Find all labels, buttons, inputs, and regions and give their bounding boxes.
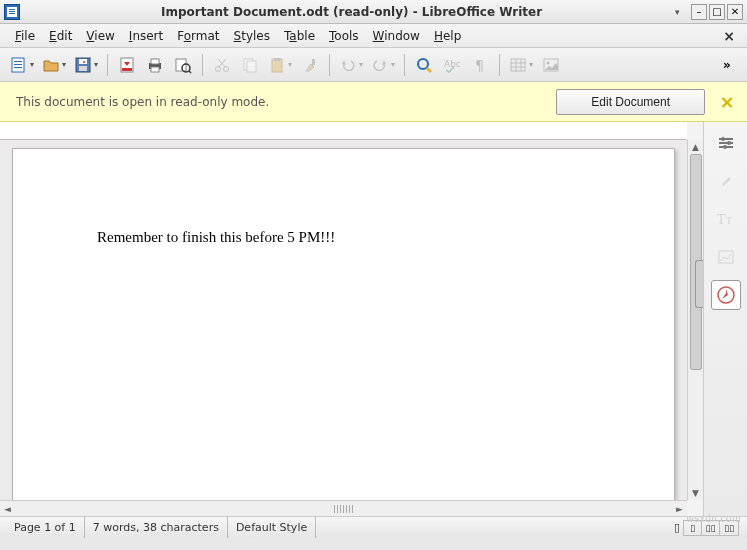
menu-window[interactable]: Window: [366, 26, 427, 46]
formatting-marks-button[interactable]: ¶: [467, 52, 493, 78]
svg-rect-1: [9, 9, 15, 10]
minimize-button[interactable]: –: [691, 4, 707, 20]
scroll-right-icon[interactable]: ►: [676, 504, 683, 514]
svg-rect-13: [122, 68, 132, 71]
sidebar-navigator-button[interactable]: [711, 280, 741, 310]
menu-view[interactable]: View: [79, 26, 121, 46]
dropdown-icon: ▾: [30, 60, 34, 69]
svg-point-21: [224, 66, 229, 71]
menu-insert[interactable]: Insert: [122, 26, 170, 46]
toolbar-overflow-button[interactable]: »: [714, 52, 740, 78]
svg-text:T: T: [726, 215, 732, 226]
book-view-icon[interactable]: ▯: [671, 521, 683, 534]
copy-button[interactable]: [237, 52, 263, 78]
svg-text:T: T: [717, 212, 726, 227]
status-wordcount[interactable]: 7 words, 38 characters: [85, 517, 228, 538]
print-preview-button[interactable]: [170, 52, 196, 78]
scroll-down-icon[interactable]: ▼: [688, 488, 703, 498]
svg-rect-15: [151, 59, 159, 64]
main-toolbar: ▾ ▾ ▾ ▾ ▾ ▾ Abc: [0, 48, 747, 82]
svg-rect-2: [9, 11, 15, 12]
cut-button[interactable]: [209, 52, 235, 78]
menu-tools[interactable]: Tools: [322, 26, 366, 46]
menu-format[interactable]: Format: [170, 26, 226, 46]
dismiss-infobar-button[interactable]: ×: [717, 91, 737, 112]
spellcheck-button[interactable]: Abc: [439, 52, 465, 78]
titlebar-menu-icon[interactable]: ▾: [675, 7, 687, 17]
svg-point-45: [723, 145, 727, 149]
save-button[interactable]: ▾: [71, 52, 101, 78]
window-title: Important Document.odt (read-only) - Lib…: [28, 5, 675, 19]
format-paintbrush-button[interactable]: [297, 52, 323, 78]
menu-file[interactable]: File: [8, 26, 42, 46]
menu-table[interactable]: Table: [277, 26, 322, 46]
svg-rect-28: [312, 59, 315, 65]
menubar: File Edit View Insert Format Styles Tabl…: [0, 24, 747, 48]
document-area: Remember to finish this before 5 PM!!! ▲…: [0, 122, 703, 516]
horizontal-scrollbar[interactable]: ◄ ►: [0, 500, 687, 516]
separator: [404, 54, 405, 76]
svg-rect-3: [9, 13, 15, 14]
statusbar: Page 1 of 1 7 words, 38 characters Defau…: [0, 516, 747, 538]
sidebar-collapse-handle[interactable]: [695, 260, 703, 308]
separator: [107, 54, 108, 76]
watermark: wsxdn.com: [686, 513, 741, 524]
document-body-text: Remember to finish this before 5 PM!!!: [13, 149, 674, 326]
readonly-infobar: This document is open in read-only mode.…: [0, 82, 747, 122]
maximize-button[interactable]: □: [709, 4, 725, 20]
undo-button[interactable]: ▾: [336, 52, 366, 78]
svg-rect-9: [79, 59, 87, 64]
svg-text:¶: ¶: [475, 57, 484, 73]
menu-edit[interactable]: Edit: [42, 26, 79, 46]
status-style[interactable]: Default Style: [228, 517, 316, 538]
workspace: Remember to finish this before 5 PM!!! ▲…: [0, 122, 747, 516]
scroll-grip-icon: [334, 505, 354, 513]
print-button[interactable]: [142, 52, 168, 78]
find-replace-button[interactable]: [411, 52, 437, 78]
document-canvas[interactable]: Remember to finish this before 5 PM!!!: [0, 140, 687, 500]
svg-line-19: [189, 71, 191, 73]
menu-styles[interactable]: Styles: [227, 26, 277, 46]
scroll-up-icon[interactable]: ▲: [688, 142, 703, 152]
window-titlebar: Important Document.odt (read-only) - Lib…: [0, 0, 747, 24]
insert-image-button[interactable]: [538, 52, 564, 78]
open-button[interactable]: ▾: [39, 52, 69, 78]
sidebar-styles-button[interactable]: TT: [711, 204, 741, 234]
svg-point-44: [727, 141, 731, 145]
svg-rect-10: [79, 66, 87, 71]
right-sidebar: TT: [703, 122, 747, 516]
svg-point-11: [83, 61, 85, 63]
redo-button[interactable]: ▾: [368, 52, 398, 78]
svg-rect-48: [719, 251, 733, 263]
edit-document-button[interactable]: Edit Document: [556, 89, 705, 115]
paste-button[interactable]: ▾: [265, 52, 295, 78]
sidebar-properties-button[interactable]: [711, 166, 741, 196]
vertical-scrollbar[interactable]: ▲ ▼: [687, 140, 703, 500]
svg-rect-5: [14, 61, 22, 62]
horizontal-ruler[interactable]: [0, 122, 687, 140]
close-window-button[interactable]: ✕: [727, 4, 743, 20]
separator: [499, 54, 500, 76]
export-pdf-button[interactable]: [114, 52, 140, 78]
insert-table-button[interactable]: ▾: [506, 52, 536, 78]
close-document-button[interactable]: ×: [719, 28, 739, 44]
svg-rect-7: [14, 67, 22, 68]
dropdown-icon: ▾: [359, 60, 363, 69]
infobar-message: This document is open in read-only mode.: [10, 95, 269, 109]
svg-rect-16: [151, 67, 159, 72]
svg-rect-33: [511, 59, 525, 71]
svg-point-43: [721, 137, 725, 141]
svg-text:Abc: Abc: [444, 59, 460, 69]
svg-line-30: [427, 68, 431, 72]
page: Remember to finish this before 5 PM!!!: [12, 148, 675, 500]
sidebar-gallery-button[interactable]: [711, 242, 741, 272]
svg-rect-27: [274, 58, 280, 61]
menu-help[interactable]: Help: [427, 26, 468, 46]
separator: [329, 54, 330, 76]
status-page[interactable]: Page 1 of 1: [6, 517, 85, 538]
scroll-left-icon[interactable]: ◄: [4, 504, 11, 514]
svg-rect-6: [14, 64, 22, 65]
dropdown-icon: ▾: [529, 60, 533, 69]
new-document-button[interactable]: ▾: [7, 52, 37, 78]
sidebar-settings-button[interactable]: [711, 128, 741, 158]
